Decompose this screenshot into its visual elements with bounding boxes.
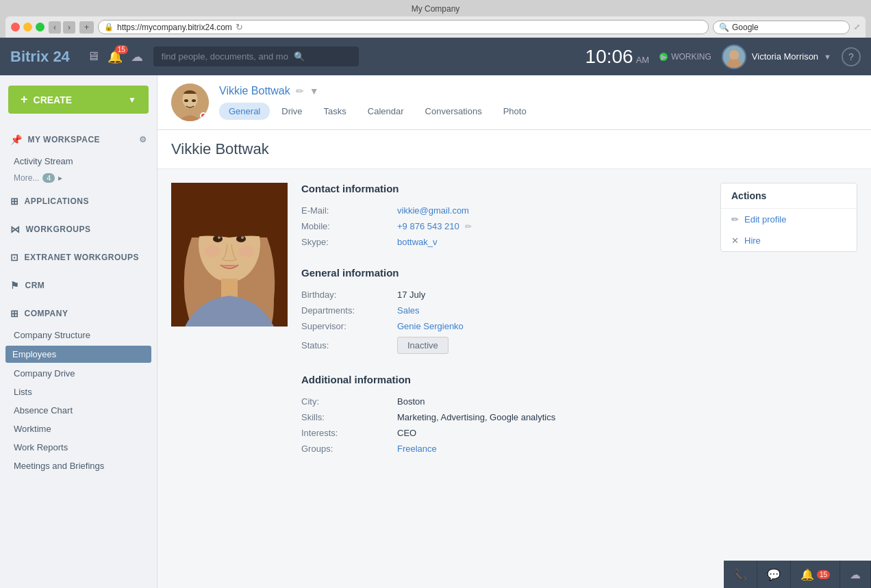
extranet-label: EXTRANET WORKGROUPS <box>25 253 140 262</box>
forward-button[interactable]: › <box>63 21 75 34</box>
skills-row: Skills: Marketing, Advertising, Google a… <box>301 409 707 425</box>
svg-point-0 <box>729 50 739 60</box>
bottom-bar: 📞 💬 🔔 15 ☁ <box>724 561 871 588</box>
employees-label: Employees <box>12 349 56 359</box>
address-bar[interactable]: 🔒 https://mycompany.bitrix24.com ↻ <box>98 20 709 34</box>
profile-header: Vikkie Bottwak ✏ ▼ General Drive Tasks C… <box>157 75 871 130</box>
supervisor-value: Genie Sergienko <box>397 321 464 331</box>
tab-general[interactable]: General <box>219 103 270 120</box>
monitor-icon[interactable]: 🖥 <box>87 49 99 64</box>
user-dropdown-icon: ▼ <box>824 53 831 61</box>
departments-link[interactable]: Sales <box>397 305 420 316</box>
absence-chart-label: Absence Chart <box>14 405 73 416</box>
sidebar-item-meetings-briefings[interactable]: Meetings and Briefings <box>0 457 157 475</box>
edit-phone-icon[interactable]: ✏ <box>465 222 472 231</box>
sidebar-item-work-reports[interactable]: Work Reports <box>0 438 157 457</box>
skype-link[interactable]: bottwak_v <box>397 237 438 247</box>
expand-button[interactable]: ⤢ <box>854 23 860 31</box>
workgroups-section-header[interactable]: ⋈ WORKGROUPS <box>10 220 147 238</box>
working-status[interactable]: ▶ WORKING <box>659 52 711 62</box>
pin-icon: 📌 <box>10 134 23 145</box>
sidebar-item-activity-stream[interactable]: Activity Stream <box>0 152 157 170</box>
help-button[interactable]: ? <box>842 47 861 66</box>
settings-icon[interactable]: ⚙ <box>139 135 147 144</box>
status-row: Status: Inactive <box>301 334 707 357</box>
profile-info: Contact information E-Mail: vikkie@gmail… <box>301 183 707 474</box>
interests-row: Interests: CEO <box>301 425 707 441</box>
applications-section-header[interactable]: ⊞ APPLICATIONS <box>10 192 147 210</box>
mobile-link[interactable]: +9 876 543 210 <box>397 221 459 231</box>
cloud-icon[interactable]: ☁ <box>131 49 143 64</box>
dropdown-icon[interactable]: ▼ <box>310 86 319 97</box>
tab-calendar[interactable]: Calendar <box>358 103 414 120</box>
applications-section: ⊞ APPLICATIONS <box>0 186 157 214</box>
bottom-chat-icon[interactable]: 💬 <box>757 561 791 588</box>
close-btn[interactable] <box>11 23 20 31</box>
svg-point-9 <box>238 246 255 257</box>
hire-action[interactable]: ✕ Hire <box>721 230 857 251</box>
maximize-btn[interactable] <box>36 23 45 31</box>
birthday-row: Birthday: 17 July <box>301 287 707 303</box>
tab-tasks[interactable]: Tasks <box>314 103 356 120</box>
applications-label: APPLICATIONS <box>25 196 89 206</box>
clock-display: 10:06 AM <box>585 46 650 68</box>
tab-drive[interactable]: Drive <box>272 103 312 120</box>
url-display: https://mycompany.bitrix24.com <box>117 23 232 32</box>
grid-icon: ⊞ <box>10 196 19 207</box>
browser-nav: ‹ › <box>49 21 75 34</box>
tab-photo[interactable]: Photo <box>494 103 536 120</box>
skype-label: Skype: <box>301 237 397 247</box>
sidebar-item-employees[interactable]: Employees <box>5 346 151 363</box>
sidebar-item-absence-chart[interactable]: Absence Chart <box>0 401 157 420</box>
crm-section: ⚑ CRM <box>0 270 157 298</box>
skills-label: Skills: <box>301 412 397 422</box>
edit-profile-icon[interactable]: ✏ <box>296 86 304 97</box>
bottom-cloud-icon[interactable]: ☁ <box>840 561 871 588</box>
browser-search[interactable]: 🔍 Google <box>713 21 850 34</box>
profile-name-tabs: Vikkie Bottwak ✏ ▼ General Drive Tasks C… <box>219 85 857 120</box>
svg-point-13 <box>241 236 244 239</box>
birthday-label: Birthday: <box>301 290 397 300</box>
bottom-notifications-item[interactable]: 🔔 15 <box>791 561 840 588</box>
add-tab-button[interactable]: + <box>79 21 94 34</box>
activity-stream-label: Activity Stream <box>14 156 73 166</box>
city-value: Boston <box>397 396 425 407</box>
status-badge: Inactive <box>397 337 449 354</box>
profile-tabs: General Drive Tasks Calendar Conversatio… <box>219 103 857 120</box>
notifications-button[interactable]: 🔔 15 <box>108 49 123 64</box>
sidebar-item-lists[interactable]: Lists <box>0 383 157 401</box>
groups-link[interactable]: Freelance <box>397 444 437 454</box>
worktime-label: Worktime <box>14 424 51 434</box>
back-button[interactable]: ‹ <box>49 21 61 34</box>
sidebar-item-company-structure[interactable]: Company Structure <box>0 326 157 344</box>
email-link[interactable]: vikkie@gmail.com <box>397 205 469 216</box>
profile-name-link[interactable]: Vikkie Bottwak <box>219 85 290 97</box>
supervisor-label: Supervisor: <box>301 321 397 331</box>
extranet-section-header[interactable]: ⊡ EXTRANET WORKGROUPS <box>10 248 147 266</box>
mobile-value: +9 876 543 210 ✏ <box>397 221 472 231</box>
contact-info-section: Contact information E-Mail: vikkie@gmail… <box>301 183 707 250</box>
create-button[interactable]: + CREATE ▼ <box>8 86 149 114</box>
crm-section-header[interactable]: ⚑ CRM <box>10 277 147 294</box>
working-label: WORKING <box>671 52 711 62</box>
refresh-button[interactable]: ↻ <box>236 22 243 32</box>
user-menu[interactable]: Victoria Morrison ▼ <box>722 44 831 69</box>
company-section-header[interactable]: ⊞ COMPANY <box>10 305 147 322</box>
sidebar-item-company-drive[interactable]: Company Drive <box>0 364 157 383</box>
header-search[interactable]: find people, documents, and mo 🔍 <box>153 47 359 66</box>
meetings-briefings-label: Meetings and Briefings <box>14 461 104 471</box>
workspace-section-header[interactable]: 📌 MY WORKSPACE ⚙ <box>10 131 147 149</box>
supervisor-row: Supervisor: Genie Sergienko <box>301 318 707 334</box>
time-value: 10:06 <box>585 46 633 68</box>
supervisor-link[interactable]: Genie Sergienko <box>397 321 464 331</box>
groups-label: Groups: <box>301 444 397 454</box>
app-body: + CREATE ▼ 📌 MY WORKSPACE ⚙ Activity Str… <box>0 75 871 588</box>
sidebar-more-items[interactable]: More... 4 ▸ <box>0 170 157 186</box>
bottom-phone-icon[interactable]: 📞 <box>724 561 757 588</box>
profile-avatar <box>171 84 209 121</box>
tab-conversations[interactable]: Conversations <box>416 103 492 120</box>
departments-row: Departments: Sales <box>301 303 707 318</box>
sidebar-item-worktime[interactable]: Worktime <box>0 420 157 438</box>
minimize-btn[interactable] <box>23 23 32 31</box>
edit-profile-action[interactable]: ✏ Edit profile <box>721 209 857 230</box>
